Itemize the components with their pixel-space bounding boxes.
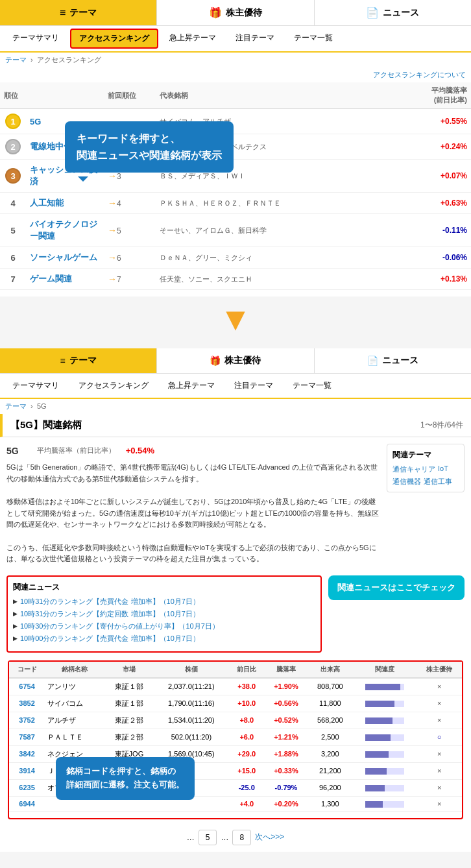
bottom-subnav-attention[interactable]: 注目テーマ <box>226 376 282 395</box>
nav-yutai-label: 株主優待 <box>226 7 262 19</box>
stock-change-rate: +1.88% <box>265 745 308 762</box>
subnav-rising[interactable]: 急上昇テーマ <box>161 29 224 49</box>
stock-code[interactable]: 3852 <box>9 695 45 712</box>
change-cell: +0.24% <box>419 134 471 160</box>
next-button[interactable]: 次へ>>> <box>255 832 284 843</box>
theme-link[interactable]: 5G <box>30 117 41 127</box>
rank-plain: 6 <box>10 253 15 263</box>
rank-cell: 5 <box>0 214 26 247</box>
rank-cell: 6 <box>0 247 26 269</box>
news-item-3[interactable]: 10時30分のランキング【寄付からの値上がり率】（10月7日） <box>13 621 315 631</box>
stock-name: サイバコム <box>45 695 104 712</box>
stock-row: 3852 サイバコム 東証１部 1,790.0(11:16) +10.0 +0.… <box>9 695 462 712</box>
subnav-attention[interactable]: 注目テーマ <box>227 29 283 49</box>
th-rank: 順位 <box>0 82 26 109</box>
nav-news[interactable]: 📄 ニュース <box>315 0 471 25</box>
nav-theme-label: テーマ <box>69 7 97 19</box>
rank-badge-gold: 1 <box>5 114 21 129</box>
stock-volume: 21,200 <box>308 762 352 779</box>
th-name: 銘柄名称 <box>45 662 104 678</box>
rep-stocks: 任天堂、ソニー、スクエニＨ <box>160 275 252 283</box>
bottom-subnav-list[interactable]: テーマ一覧 <box>284 376 340 395</box>
subnav-summary[interactable]: テーマサマリ <box>4 29 67 49</box>
rep-stocks: そーせい、アイロムＧ、新日科学 <box>160 226 267 234</box>
stock-code[interactable]: 3914 <box>9 762 45 779</box>
stock-code[interactable]: 3842 <box>9 745 45 762</box>
theme-link[interactable]: 人工知能 <box>30 198 64 208</box>
stock-yutai: × <box>417 796 462 811</box>
prev-rank: 4 <box>117 199 121 208</box>
bottom-subnav-ranking[interactable]: アクセスランキング <box>70 376 157 395</box>
th-volume: 出来高 <box>308 662 352 678</box>
stock-code[interactable]: 6754 <box>9 678 45 695</box>
stock-price: 2,037.0(11:21) <box>154 678 229 695</box>
subnav-list[interactable]: テーマ一覧 <box>285 29 341 49</box>
th-yutai: 株主優待 <box>417 662 462 678</box>
th-stocks: 代表銘柄 <box>156 82 419 109</box>
theme-link[interactable]: バイオテクノロジー関連 <box>30 219 97 241</box>
page-5-button[interactable]: 5 <box>199 830 217 845</box>
stock-code[interactable]: 7587 <box>9 729 45 745</box>
news-item-2[interactable]: 10時31分のランキング【約定回数 増加率】（10月7日） <box>13 609 315 619</box>
th-rel: 関連度 <box>352 662 417 678</box>
tooltip-line1: キーワードを押すと、 <box>77 130 222 147</box>
stock-code[interactable]: 6944 <box>9 796 45 811</box>
th-change-rate: 騰落率 <box>265 662 308 678</box>
stock-change-rate: +0.56% <box>265 695 308 712</box>
ranking-section: アクセスランキングについて 順位 前回順位 代表銘柄 平均騰落率(前日比率) <box>0 67 471 296</box>
bottom-subnav-rising[interactable]: 急上昇テーマ <box>160 376 223 395</box>
news-item-4[interactable]: 10時00分のランキング【売買代金 増加率】（10月7日） <box>13 634 315 644</box>
page-8-button[interactable]: 8 <box>232 830 251 845</box>
news-box: 関連ニュース 10時31分のランキング【売買代金 増加率】（10月7日） 10時… <box>6 575 322 653</box>
stock-market: 東証２部 <box>104 712 154 729</box>
nav-theme[interactable]: ≡ テーマ <box>0 0 157 25</box>
stock-volume: 2,500 <box>308 729 352 745</box>
rank-cell: 1 <box>0 109 26 134</box>
rt-tag-iot[interactable]: IoT <box>438 464 448 474</box>
stock-yutai: × <box>417 762 462 779</box>
top-section: ≡ テーマ 🎁 株主優待 📄 ニュース テーマサマリ アクセスランキング 急上昇… <box>0 0 471 342</box>
table-row: 4 人工知能 →4 ＰＫＳＨＡ、ＨＥＲＯＺ、ＦＲＮＴＥ +0.63% <box>0 193 471 214</box>
rank-cell: 3 <box>0 160 26 193</box>
bottom-yutai-icon: 🎁 <box>210 356 221 366</box>
bottom-subnav-summary[interactable]: テーマサマリ <box>4 376 67 395</box>
stock-rel <box>352 796 417 811</box>
news-item-1[interactable]: 10時31分のランキング【売買代金 増加率】（10月7日） <box>13 597 315 607</box>
breadcrumb-home[interactable]: テーマ <box>5 56 27 64</box>
theme-link[interactable]: ゲーム関連 <box>30 274 72 283</box>
stock-code[interactable]: 3752 <box>9 712 45 729</box>
ranking-table-area: 順位 前回順位 代表銘柄 平均騰落率(前日比率) 1 5G サイバコム、アルチザ <box>0 82 471 290</box>
table-row: 7 ゲーム関連 →7 任天堂、ソニー、スクエニＨ +0.13% <box>0 269 471 290</box>
stock-rel <box>352 729 417 745</box>
bottom-news-icon: 📄 <box>367 356 378 366</box>
th-price: 株価 <box>154 662 229 678</box>
prev-rank: 5 <box>117 226 121 235</box>
bottom-nav-yutai[interactable]: 🎁 株主優待 <box>157 348 314 373</box>
tooltip-bubble-1: キーワードを押すと、 関連ニュースや関連銘柄が表示 <box>65 121 234 173</box>
bottom-section: ≡ テーマ 🎁 株主優待 📄 ニュース テーマサマリ アクセスランキング 急上昇… <box>0 348 471 852</box>
theme-icon: ≡ <box>60 7 66 19</box>
prev-cell: →5 <box>104 214 156 247</box>
stock-volume: 96,200 <box>308 779 352 796</box>
rt-tag-const[interactable]: 通信工事 <box>424 477 452 487</box>
theme-link[interactable]: ソーシャルゲーム <box>30 252 97 262</box>
avg-value: +0.54% <box>126 444 154 458</box>
theme-cell: ゲーム関連 <box>26 269 104 290</box>
stock-price: 1,790.0(11:16) <box>154 695 229 712</box>
breadcrumb2-home[interactable]: テーマ <box>5 402 27 410</box>
tooltip2-line2: 詳細画面に遷移。注文も可能。 <box>66 778 184 792</box>
subnav-ranking[interactable]: アクセスランキング <box>70 29 158 49</box>
bottom-nav-theme[interactable]: ≡ テーマ <box>0 348 157 373</box>
rt-tag-device[interactable]: 通信機器 <box>392 477 421 487</box>
access-ranking-about[interactable]: アクセスランキングについて <box>0 67 471 82</box>
stocks-cell: ＰＫＳＨＡ、ＨＥＲＯＺ、ＦＲＮＴＥ <box>156 193 419 214</box>
stock-code[interactable]: 6235 <box>9 779 45 796</box>
nav-yutai[interactable]: 🎁 株主優待 <box>157 0 314 25</box>
stock-volume: 808,700 <box>308 678 352 695</box>
breadcrumb2-current: 5G <box>37 402 47 410</box>
bottom-nav-news[interactable]: 📄 ニュース <box>315 348 471 373</box>
prev-rank: 6 <box>117 254 121 263</box>
rank-badge-silver: 2 <box>5 139 21 154</box>
rt-tag-carrier[interactable]: 通信キャリア <box>392 464 435 474</box>
stock-yutai: × <box>417 745 462 762</box>
